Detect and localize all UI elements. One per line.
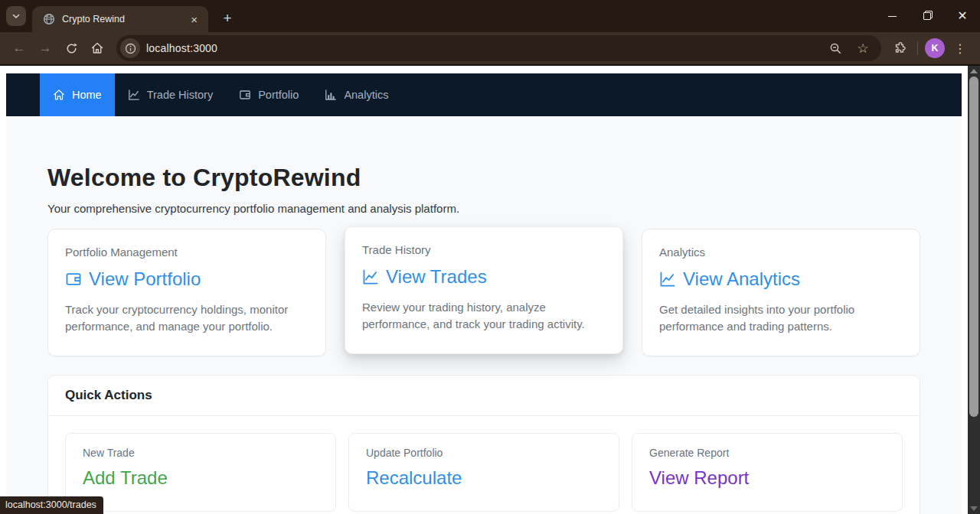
reload-button[interactable] [60, 37, 83, 60]
reload-icon [65, 42, 78, 55]
browser-home-icon [90, 41, 104, 55]
minimize-button[interactable] [874, 0, 910, 32]
browser-tab[interactable]: Crypto Rewind × [32, 6, 208, 32]
nav-item-trade-history[interactable]: Trade History [115, 73, 226, 116]
scroll-down-icon[interactable] [970, 506, 978, 511]
puzzle-icon [893, 41, 907, 56]
page-viewport: Home Trade History Portfolio Analytics W… [0, 66, 968, 514]
nav-item-portfolio[interactable]: Portfolio [226, 73, 312, 116]
quick-action-label: Generate Report [649, 447, 885, 459]
browser-toolbar: ← → localhost:3000 ☆ K ⋮ [0, 32, 980, 66]
card-description: Get detailed insights into your portfoli… [659, 301, 903, 335]
card-description: Review your trading history, analyze per… [362, 299, 606, 333]
quick-actions-title: Quick Actions [48, 376, 920, 416]
restore-button[interactable] [910, 0, 945, 32]
address-bar[interactable]: localhost:3000 ☆ [116, 35, 881, 61]
forward-button[interactable]: → [34, 37, 57, 60]
bar-chart-icon [325, 89, 337, 101]
close-icon: ✕ [957, 10, 967, 22]
page-title: Welcome to CryptoRewind [47, 164, 920, 192]
home-icon [53, 89, 65, 101]
page-subtitle: Your comprehensive cryptocurrency portfo… [47, 202, 920, 215]
wallet-icon [239, 89, 251, 101]
browser-window: Crypto Rewind × + ✕ ← → localhost:3000 ☆ [0, 0, 980, 514]
line-chart-icon [128, 89, 140, 101]
view-report-link[interactable]: View Report [649, 467, 885, 489]
scroll-up-icon[interactable] [970, 69, 978, 73]
quick-actions-panel: Quick Actions New Trade Add Trade Update… [47, 375, 920, 514]
home-button[interactable] [86, 37, 109, 60]
recalculate-link[interactable]: Recalculate [366, 467, 602, 489]
tab-close-button[interactable]: × [188, 12, 201, 27]
quick-actions-body: New Trade Add Trade Update Portfolio Rec… [48, 416, 920, 514]
main-content: Welcome to CryptoRewind Your comprehensi… [6, 116, 962, 514]
quick-action-update-portfolio: Update Portfolio Recalculate [348, 433, 619, 512]
card-description: Track your cryptocurrency holdings, moni… [65, 301, 309, 335]
card-label: Trade History [362, 243, 606, 256]
info-icon [125, 43, 136, 54]
card-link-label: View Analytics [683, 268, 800, 290]
extensions-button[interactable] [889, 37, 910, 59]
star-icon: ☆ [857, 41, 868, 57]
close-button[interactable]: ✕ [945, 0, 980, 32]
tab-title: Crypto Rewind [62, 14, 181, 24]
card-analytics: Analytics View Analytics Get detailed in… [642, 229, 920, 356]
quick-action-label: New Trade [83, 447, 318, 459]
card-label: Analytics [659, 246, 903, 259]
site-info-button[interactable] [120, 38, 140, 58]
zoom-indicator-button[interactable] [825, 37, 846, 59]
url-text[interactable]: localhost:3000 [146, 42, 818, 54]
quick-action-generate-report: Generate Report View Report [632, 433, 903, 512]
window-controls: ✕ [874, 0, 980, 32]
new-tab-button[interactable]: + [217, 8, 237, 28]
tab-search-button[interactable] [6, 6, 26, 26]
restore-icon [923, 12, 931, 20]
bookmark-star-button[interactable]: ☆ [852, 37, 874, 59]
line-chart-icon [659, 271, 676, 288]
card-trade-history: Trade History View Trades Review your tr… [345, 226, 623, 354]
scrollbar-thumb[interactable] [969, 76, 978, 417]
quick-action-label: Update Portfolio [366, 447, 602, 459]
nav-item-home[interactable]: Home [40, 73, 115, 116]
view-portfolio-link[interactable]: View Portfolio [65, 268, 309, 290]
nav-item-label: Portfolio [258, 89, 299, 101]
browser-titlebar: Crypto Rewind × + ✕ [0, 0, 980, 32]
minimize-icon [888, 16, 897, 17]
page-scrollbar[interactable] [968, 66, 980, 514]
profile-avatar[interactable]: K [925, 38, 945, 58]
feature-cards-row: Portfolio Management View Portfolio Trac… [47, 229, 920, 356]
card-link-label: View Trades [386, 266, 487, 288]
link-target-tooltip: localhost:3000/trades [0, 496, 103, 514]
card-link-label: View Portfolio [89, 268, 201, 290]
card-portfolio-management: Portfolio Management View Portfolio Trac… [47, 229, 326, 356]
nav-item-label: Trade History [147, 89, 213, 101]
view-analytics-link[interactable]: View Analytics [659, 268, 903, 290]
view-trades-link[interactable]: View Trades [362, 266, 606, 288]
app-navbar: Home Trade History Portfolio Analytics [6, 73, 962, 116]
wallet-icon [65, 271, 82, 288]
nav-item-analytics[interactable]: Analytics [312, 73, 401, 116]
quick-action-new-trade: New Trade Add Trade [65, 433, 336, 512]
card-label: Portfolio Management [65, 246, 309, 259]
toolbar-separator [917, 41, 918, 55]
back-button[interactable]: ← [8, 37, 31, 60]
globe-favicon-icon [43, 13, 55, 25]
line-chart-icon [362, 268, 379, 285]
nav-item-label: Home [72, 89, 102, 101]
browser-menu-button[interactable]: ⋮ [948, 41, 972, 56]
add-trade-link[interactable]: Add Trade [83, 467, 318, 489]
chevron-down-icon [11, 11, 21, 21]
nav-item-label: Analytics [344, 89, 388, 101]
magnifier-icon [829, 42, 842, 55]
